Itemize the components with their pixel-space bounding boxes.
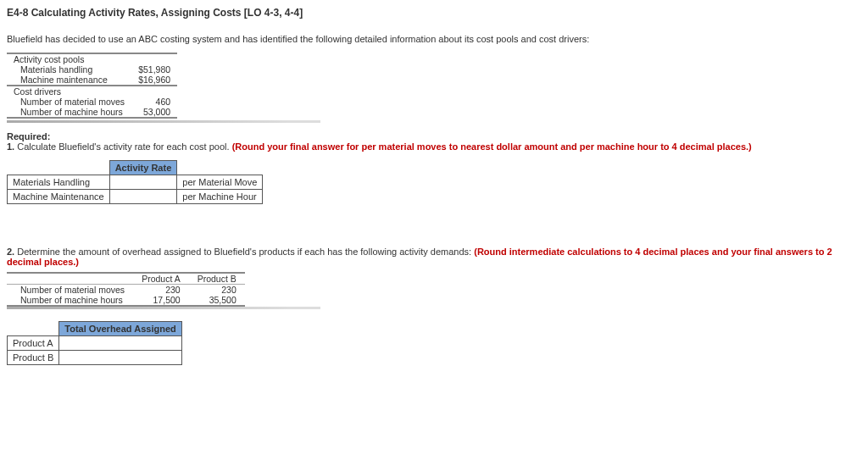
- product-b-overhead-input[interactable]: [59, 351, 181, 365]
- demand-machine-hours-label: Number of machine hours: [7, 295, 133, 306]
- machine-maintenance-row-label: Machine Maintenance: [8, 190, 110, 204]
- product-a-overhead-input[interactable]: [59, 336, 181, 351]
- blank-corner: [8, 161, 110, 175]
- product-b-row-label: Product B: [8, 351, 59, 365]
- q1-instruction: (Round your final answer for per materia…: [232, 141, 752, 152]
- blank-corner: [177, 161, 263, 175]
- machine-maintenance-label: Machine maintenance: [7, 75, 131, 86]
- demand-table: Product A Product B Number of material m…: [7, 272, 245, 307]
- product-a-hours: 17,500: [133, 295, 189, 306]
- materials-handling-label: Materials handling: [7, 64, 131, 75]
- product-a-row-label: Product A: [8, 336, 59, 351]
- table-divider: [7, 120, 320, 123]
- materials-handling-row-label: Materials Handling: [8, 175, 110, 190]
- overhead-table: Total Overhead Assigned Product A Produc…: [7, 321, 182, 365]
- demand-material-moves-label: Number of material moves: [7, 285, 133, 296]
- q2-text: Determine the amount of overhead assigne…: [17, 247, 471, 257]
- q1-number: 1.: [7, 141, 14, 152]
- materials-handling-rate-input[interactable]: [109, 175, 177, 190]
- materials-handling-value: $51,980: [131, 64, 177, 75]
- product-a-header: Product A: [133, 273, 189, 285]
- section-cost-pools: Activity cost pools: [7, 53, 177, 64]
- q1-text: Calculate Bluefield's activity rate for …: [17, 141, 229, 152]
- machine-maintenance-value: $16,960: [131, 75, 177, 86]
- activity-rate-table: Activity Rate Materials Handling per Mat…: [7, 160, 263, 204]
- exercise-title: E4-8 Calculating Activity Rates, Assigni…: [7, 7, 861, 19]
- section-cost-drivers: Cost drivers: [7, 86, 177, 97]
- overhead-header: Total Overhead Assigned: [59, 322, 181, 336]
- product-b-hours: 35,500: [189, 295, 245, 306]
- question-2: 2. Determine the amount of overhead assi…: [7, 247, 861, 267]
- product-b-moves: 230: [189, 285, 245, 296]
- machine-hours-value: 53,000: [131, 107, 177, 118]
- product-a-moves: 230: [133, 285, 189, 296]
- machine-maintenance-unit: per Machine Hour: [177, 190, 263, 204]
- machine-maintenance-rate-input[interactable]: [109, 190, 177, 204]
- machine-hours-label: Number of machine hours: [7, 107, 131, 118]
- question-1: 1. Calculate Bluefield's activity rate f…: [7, 141, 861, 152]
- material-moves-value: 460: [131, 97, 177, 107]
- info-table: Activity cost pools Materials handling $…: [7, 53, 177, 119]
- material-moves-label: Number of material moves: [7, 97, 131, 107]
- table-divider: [7, 307, 320, 309]
- blank-corner: [8, 322, 59, 336]
- intro-text: Bluefield has decided to use an ABC cost…: [7, 34, 861, 44]
- activity-rate-header: Activity Rate: [109, 161, 177, 175]
- q2-number: 2.: [7, 247, 14, 257]
- product-b-header: Product B: [189, 273, 245, 285]
- required-label: Required:: [7, 131, 861, 141]
- materials-handling-unit: per Material Move: [177, 175, 263, 190]
